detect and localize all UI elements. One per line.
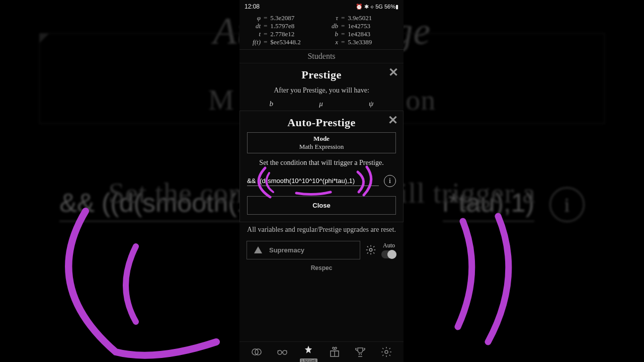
close-icon[interactable]: ✕ [388,114,398,126]
settings-icon[interactable] [379,345,393,359]
status-bar: 12:08 ⏰ ✱ ⟡ 5G 56%▮ [239,0,404,13]
expression-input[interactable]: && ((d(smooth(10^10^10^(phi*tau),1) [247,176,379,186]
svg-point-0 [369,249,372,252]
glasses-icon[interactable] [275,345,289,359]
mode-selector[interactable]: Mode Math Expression [247,132,396,153]
auto-toggle-label: Auto [383,242,395,249]
svg-point-6 [385,350,388,353]
star-icon[interactable]: 1.5211e6 [301,345,315,359]
prestige-hint: After you Prestige, you will have: [247,86,396,95]
gift-icon[interactable] [328,345,342,359]
status-indicators: ⏰ ✱ ⟡ 5G 56%▮ [356,4,398,10]
mode-label: Mode [248,135,395,143]
gear-icon[interactable] [365,244,376,255]
prestige-panel: ✕ Prestige After you Prestige, you will … [239,63,404,112]
auto-prestige-title: Auto-Prestige [247,116,396,129]
trophy-icon[interactable] [353,345,367,359]
venn-icon[interactable] [250,345,264,359]
variable-grid: φ=5.3e2087 dt=1.5797e8 t=2.778e12 f(t)=$… [239,13,404,50]
phone-frame: 12:08 ⏰ ✱ ⟡ 5G 56%▮ φ=5.3e2087 dt=1.5797… [239,0,404,362]
students-header[interactable]: Students [239,50,404,63]
close-button[interactable]: Close [247,196,396,215]
reset-note: All variables and regular/Prestige upgra… [239,222,404,238]
supremacy-button[interactable]: Supremacy [247,241,360,259]
auto-toggle[interactable] [381,250,396,258]
condition-hint: Set the condition that will trigger a Pr… [247,158,396,168]
auto-prestige-modal: ✕ Auto-Prestige Mode Math Expression Set… [239,111,404,222]
mode-value: Math Expression [248,143,395,151]
info-icon[interactable]: i [384,175,396,187]
bottom-nav: 1.5211e6 [239,341,404,362]
warning-icon [254,246,262,253]
star-badge: 1.5211e6 [300,358,317,362]
close-icon[interactable]: ✕ [388,66,398,78]
prestige-title: Prestige [247,68,396,81]
prestige-symbols: b μ ψ [247,100,396,108]
info-icon: i [549,187,585,222]
status-time: 12:08 [245,3,260,10]
respec-button[interactable]: Respec [239,262,404,275]
